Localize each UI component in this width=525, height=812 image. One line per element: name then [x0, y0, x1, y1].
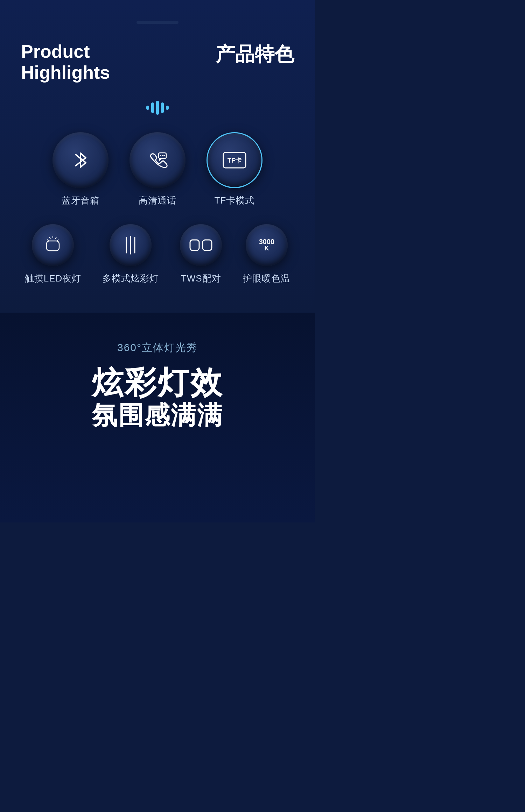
feature-tfcard: TF卡 TF卡模式 — [206, 132, 262, 207]
colorlight-circle — [110, 224, 152, 266]
bluetooth-label: 蓝牙音箱 — [62, 194, 99, 207]
phone-icon — [145, 148, 170, 172]
audio-bar-1 — [146, 106, 149, 110]
audio-bar-2 — [151, 102, 154, 113]
svg-point-1 — [160, 155, 161, 156]
svg-text:TF卡: TF卡 — [227, 157, 242, 164]
tws-label: TWS配对 — [181, 272, 221, 285]
tfcard-circle: TF卡 — [206, 132, 262, 188]
section-lightshow: 360°立体灯光秀 炫彩灯效 氛围感满满 — [0, 313, 315, 522]
svg-rect-15 — [190, 240, 199, 250]
svg-line-10 — [47, 240, 49, 241]
audio-bar-5 — [166, 106, 169, 110]
tfcard-icon: TF卡 — [220, 150, 248, 171]
led-circle — [32, 224, 74, 266]
highlights-header: Product Highlights 产品特色 — [21, 41, 294, 83]
title-chinese: 产品特色 — [216, 41, 294, 68]
section-highlights: Product Highlights 产品特色 蓝牙音箱 — [0, 0, 315, 313]
features-row-2: 触摸LED夜灯 多模式炫彩灯 — [21, 224, 294, 285]
tws-circle — [180, 224, 222, 266]
phone-notch — [136, 21, 178, 24]
features-grid: 蓝牙音箱 高清通话 — [21, 132, 294, 285]
svg-rect-6 — [47, 241, 59, 251]
bluetooth-circle — [52, 132, 108, 188]
svg-rect-16 — [203, 240, 212, 250]
phone-circle — [130, 132, 186, 188]
colorlight-label: 多模式炫彩灯 — [102, 272, 159, 285]
title-highlights: Highlights — [21, 62, 110, 83]
led-icon — [42, 235, 63, 256]
bluetooth-icon — [68, 148, 93, 172]
features-row-1: 蓝牙音箱 高清通话 — [21, 132, 294, 207]
svg-text:K: K — [264, 245, 269, 252]
svg-point-3 — [163, 155, 165, 156]
svg-point-2 — [162, 155, 163, 156]
feature-led: 触摸LED夜灯 — [25, 224, 82, 285]
svg-text:3000: 3000 — [259, 238, 275, 245]
svg-line-11 — [57, 240, 58, 241]
svg-line-8 — [49, 237, 50, 239]
colorlight-icon — [120, 235, 141, 256]
audio-bar-4 — [161, 102, 164, 113]
feature-bluetooth: 蓝牙音箱 — [52, 132, 108, 207]
feature-tws: TWS配对 — [180, 224, 222, 285]
svg-line-9 — [55, 237, 56, 239]
feature-colorlight: 多模式炫彩灯 — [102, 224, 159, 285]
feature-phone: 高清通话 — [130, 132, 186, 207]
warmlight-circle: 3000 K — [246, 224, 288, 266]
tfcard-label: TF卡模式 — [215, 194, 255, 207]
led-label: 触摸LED夜灯 — [25, 272, 82, 285]
audio-bar-3 — [156, 101, 159, 115]
title-product: Product — [21, 41, 110, 62]
audio-visualizer — [21, 101, 294, 115]
warmlight-label: 护眼暖色温 — [243, 272, 290, 285]
lightshow-title-1: 炫彩灯效 — [21, 365, 294, 400]
lightshow-title-2: 氛围感满满 — [21, 400, 294, 430]
feature-warmlight: 3000 K 护眼暖色温 — [243, 224, 290, 285]
lightshow-subtitle: 360°立体灯光秀 — [21, 341, 294, 355]
tws-icon — [189, 238, 213, 252]
title-english: Product Highlights — [21, 41, 110, 83]
phone-label: 高清通话 — [139, 194, 176, 207]
warmlight-icon: 3000 K — [254, 236, 279, 254]
